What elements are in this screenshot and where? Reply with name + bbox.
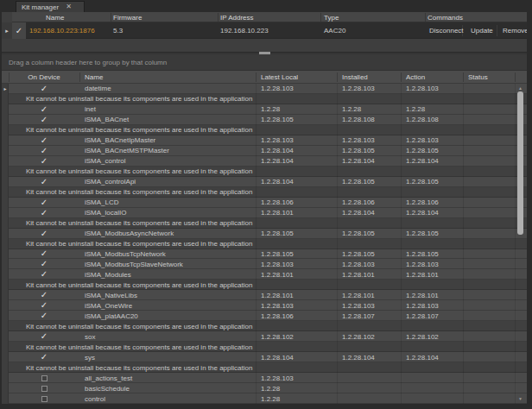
- kit-row-iSMA_control[interactable]: ✓iSMA_control1.2.28.1041.2.28.1041.2.28.…: [2, 156, 527, 167]
- column-divider: [256, 72, 256, 82]
- device-row[interactable]: ▸ ✓ 192.168.10.223:1876 5.3 192.168.10.2…: [2, 22, 527, 39]
- on-device-checkbox[interactable]: ✓: [41, 230, 48, 238]
- column-header-status[interactable]: Status: [468, 71, 488, 84]
- column-header-type[interactable]: Type: [324, 12, 339, 22]
- kit-row-iSMA_BACnetIpMaster[interactable]: ✓iSMA_BACnetIpMaster1.2.28.1031.2.28.103…: [2, 135, 527, 146]
- scrollbar-thumb[interactable]: [517, 91, 523, 235]
- kit-row-iSMA_ModbusTcpNetwork[interactable]: ✓iSMA_ModbusTcpNetwork1.2.28.1051.2.28.1…: [2, 249, 527, 260]
- on-device-cell: ✓: [9, 104, 79, 115]
- on-device-checkbox[interactable]: ✓: [41, 105, 48, 114]
- kit-row-basicSchedule[interactable]: basicSchedule1.2.28: [2, 383, 527, 393]
- kit-name-cell: all_actions_test: [85, 373, 132, 383]
- kit-row-sox[interactable]: ✓sox1.2.28.1021.2.28.1021.2.28.102: [2, 331, 527, 342]
- remove-button[interactable]: Remove: [503, 22, 527, 39]
- row-indicator-cell: [2, 342, 9, 352]
- kit-row-iSMA_BACnetMSTPMaster[interactable]: ✓iSMA_BACnetMSTPMaster1.2.28.1041.2.28.1…: [2, 146, 527, 156]
- action-cell: 1.2.28.106: [406, 198, 439, 208]
- on-device-checkbox[interactable]: ✓: [41, 198, 48, 207]
- on-device-checkbox[interactable]: ✓: [41, 147, 48, 155]
- on-device-checkbox[interactable]: [41, 375, 48, 381]
- on-device-checkbox[interactable]: ✓: [41, 353, 48, 362]
- kit-row-datetime[interactable]: ▸✓datetime1.2.28.1031.2.28.1031.2.28.103: [2, 84, 527, 94]
- row-indicator-cell: [2, 104, 9, 115]
- kit-row-control[interactable]: control1.2.28: [2, 393, 527, 404]
- uninstall-message: Kit cannot be uninstall because its comp…: [26, 280, 252, 290]
- kit-row-iSMA_BACnet[interactable]: ✓iSMA_BACnet1.2.28.1051.2.28.1081.2.28.1…: [2, 115, 527, 125]
- scroll-up-icon[interactable]: ▲: [514, 85, 527, 91]
- on-device-checkbox[interactable]: ✓: [41, 311, 48, 320]
- on-device-cell: ✓: [9, 269, 79, 280]
- action-cell: 1.2.28.103: [406, 259, 439, 269]
- kit-row-iSMA_ModbusAsyncNetwork[interactable]: ✓iSMA_ModbusAsyncNetwork1.2.28.1051.2.28…: [2, 229, 527, 239]
- row-indicator-cell: [2, 373, 9, 383]
- action-cell: 1.2.28.104: [406, 156, 439, 167]
- on-device-checkbox[interactable]: ✓: [41, 85, 48, 93]
- on-device-checkbox[interactable]: ✓: [41, 332, 48, 341]
- scroll-down-icon[interactable]: ▼: [514, 395, 527, 402]
- on-device-checkbox[interactable]: ✓: [41, 116, 48, 124]
- column-header-commands[interactable]: Commands: [428, 12, 463, 22]
- on-device-checkbox[interactable]: ✓: [41, 209, 48, 217]
- kit-row-iSMA_platAAC20[interactable]: ✓iSMA_platAAC201.2.28.1061.2.28.1071.2.2…: [2, 311, 527, 321]
- on-device-checkbox[interactable]: [41, 386, 48, 392]
- on-device-checkbox[interactable]: ✓: [41, 301, 48, 310]
- kit-row-all_actions_test[interactable]: all_actions_test1.2.28.103: [2, 373, 527, 383]
- kit-name-cell: datetime: [85, 84, 111, 94]
- uninstall-message: Kit cannot be uninstall because its comp…: [26, 362, 252, 373]
- kit-row-iSMA_Modules[interactable]: ✓iSMA_Modules1.2.28.1011.2.28.1011.2.28.…: [2, 269, 527, 280]
- column-header-kit-name[interactable]: Name: [85, 71, 103, 84]
- on-device-checkbox[interactable]: ✓: [41, 260, 48, 268]
- on-device-checkbox[interactable]: ✓: [41, 178, 48, 186]
- uninstall-message-row: Kit cannot be uninstall because its comp…: [2, 218, 527, 229]
- kit-row-iSMA_localIO[interactable]: ✓iSMA_localIO1.2.28.1011.2.28.1041.2.28.…: [2, 208, 527, 218]
- update-button[interactable]: Update: [471, 22, 493, 39]
- current-row-indicator: ▸: [2, 22, 12, 39]
- installed-cell: 1.2.28.104: [342, 208, 375, 218]
- kit-row-iSMA_OneWire[interactable]: ✓iSMA_OneWire1.2.28.1031.2.28.1031.2.28.…: [2, 300, 527, 311]
- kit-name-cell: iSMA_platAAC20: [85, 311, 138, 321]
- device-address: 192.168.10.223:1876: [29, 22, 95, 39]
- row-indicator-cell: [2, 290, 9, 300]
- uninstall-message-row: Kit cannot be uninstall because its comp…: [2, 94, 527, 104]
- kit-row-iSMA_LCD[interactable]: ✓iSMA_LCD1.2.28.1061.2.28.1061.2.28.106: [2, 198, 527, 208]
- latest-local-cell: 1.2.28.105: [261, 249, 294, 260]
- on-device-checkbox[interactable]: ✓: [41, 136, 48, 145]
- on-device-cell: ✓: [9, 135, 79, 146]
- tab-title: Kit manager: [22, 3, 59, 11]
- column-header-installed[interactable]: Installed: [342, 71, 368, 84]
- installed-cell: 1.2.28.102: [342, 331, 375, 342]
- close-icon[interactable]: ✕: [66, 3, 72, 10]
- disconnect-button[interactable]: Disconnect: [429, 22, 464, 39]
- column-header-firmware[interactable]: Firmware: [113, 12, 142, 22]
- on-device-checkbox[interactable]: ✓: [41, 291, 48, 299]
- kit-row-iSMA_controlApi[interactable]: ✓iSMA_controlApi1.2.28.1041.2.28.1051.2.…: [2, 177, 527, 187]
- on-device-checkbox[interactable]: ✓: [41, 157, 48, 166]
- on-device-checkbox[interactable]: ✓: [41, 270, 48, 279]
- tab-kit-manager[interactable]: Kit manager ✕: [16, 1, 85, 12]
- on-device-cell: ✓: [9, 198, 79, 208]
- column-header-name[interactable]: Name: [46, 12, 64, 22]
- vertical-scrollbar[interactable]: ▲ ▼: [514, 84, 527, 404]
- row-indicator-cell: [2, 311, 9, 321]
- on-device-cell: ✓: [9, 259, 79, 269]
- kit-row-inet[interactable]: ✓inet1.2.281.2.281.2.28: [2, 104, 527, 115]
- on-device-checkbox[interactable]: ✓: [41, 249, 48, 258]
- kit-row-iSMA_ModbusTcpSlaveNetwork[interactable]: ✓iSMA_ModbusTcpSlaveNetwork1.2.28.1031.2…: [2, 259, 527, 269]
- latest-local-cell: 1.2.28.104: [261, 146, 294, 156]
- installed-cell: 1.2.28.106: [342, 198, 375, 208]
- kit-manager-window: Kit manager ✕ Name Firmware IP Address T…: [0, 0, 532, 409]
- on-device-checkbox[interactable]: [41, 396, 48, 402]
- installed-cell: 1.2.28.104: [342, 156, 375, 167]
- column-header-ip-address[interactable]: IP Address: [220, 12, 254, 22]
- kit-row-iSMA_NativeLibs[interactable]: ✓iSMA_NativeLibs1.2.28.1011.2.28.1011.2.…: [2, 290, 527, 300]
- uninstall-message: Kit cannot be uninstall because its comp…: [26, 187, 252, 198]
- column-header-on-device[interactable]: On Device: [9, 71, 79, 84]
- installed-cell: 1.2.28.105: [342, 229, 375, 239]
- kit-row-sys[interactable]: ✓sys1.2.28.1041.2.28.1041.2.28.104: [2, 352, 527, 362]
- latest-local-cell: 1.2.28.104: [261, 352, 294, 362]
- device-checkbox[interactable]: ✓: [12, 22, 26, 39]
- column-header-action[interactable]: Action: [406, 71, 425, 84]
- column-header-latest-local[interactable]: Latest Local: [261, 71, 298, 84]
- row-indicator-cell: [2, 352, 9, 362]
- on-device-cell: ✓: [9, 146, 79, 156]
